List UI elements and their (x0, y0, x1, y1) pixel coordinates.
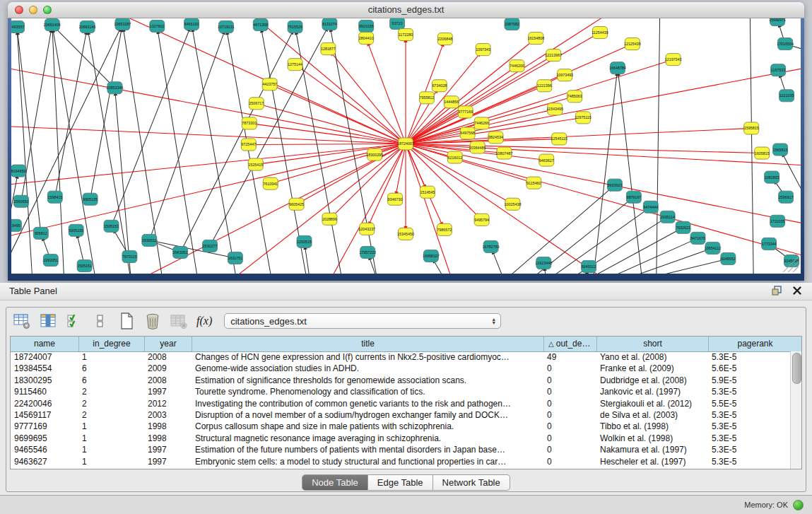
table-cell[interactable]: 19384554 (11, 363, 78, 374)
network-node[interactable]: 1327602 (150, 21, 165, 33)
table-cell[interactable]: 1 (78, 351, 144, 363)
network-node[interactable]: 2560650 (13, 195, 28, 207)
float-panel-icon[interactable] (771, 285, 782, 296)
network-node[interactable]: 7485063 (567, 90, 582, 103)
column-header-name[interactable]: name (11, 337, 78, 351)
table-selector-dropdown[interactable]: citations_edges.txt ▲▼ (224, 313, 501, 329)
network-node[interactable]: 16648784 (609, 62, 626, 74)
network-node[interactable]: 10719131 (218, 21, 235, 33)
network-node[interactable]: 2630511 (142, 234, 157, 246)
network-node[interactable]: 10973493 (556, 69, 573, 81)
table-cell[interactable]: 1 (78, 456, 144, 467)
select-all-button[interactable] (64, 311, 84, 331)
network-node[interactable]: 1598415 (47, 191, 62, 203)
table-cell[interactable]: 18300295 (11, 375, 78, 386)
column-header-out-degree[interactable]: △out_de… (543, 337, 596, 351)
table-cell[interactable]: 5.9E-5 (708, 375, 790, 386)
network-node[interactable]: 1505153 (104, 220, 119, 232)
table-cell[interactable]: 49 (543, 351, 596, 363)
network-node[interactable]: 2530277 (203, 240, 218, 252)
network-node[interactable]: 2963051 (173, 246, 188, 258)
table-cell[interactable]: 9463627 (11, 456, 78, 467)
table-cell[interactable]: 1998 (144, 433, 192, 444)
network-node[interactable]: 7673115 (122, 250, 137, 262)
table-cell[interactable]: Genome-wide association studies in ADHD. (192, 363, 543, 374)
table-cell[interactable]: 1997 (144, 444, 192, 455)
table-cell[interactable]: Franke et al. (2009) (596, 363, 708, 374)
table-cell[interactable]: Hescheler et al. (1997) (596, 456, 708, 467)
network-node[interactable]: 20364486 (469, 141, 486, 153)
table-row[interactable]: 946554611997Estimation of the future num… (11, 444, 790, 455)
table-cell[interactable]: 0 (543, 444, 596, 455)
network-node[interactable]: 1595815 (744, 122, 759, 134)
network-node[interactable]: 2087682 (505, 18, 519, 30)
clear-selection-button[interactable] (90, 311, 110, 331)
network-node[interactable]: 20691406 (44, 19, 61, 31)
table-cell[interactable]: 9699695 (11, 433, 78, 444)
vertical-scrollbar[interactable] (790, 351, 801, 469)
network-node[interactable]: 7610941 (263, 177, 278, 189)
table-cell[interactable]: 14569117 (11, 409, 78, 421)
table-cell[interactable]: 1 (78, 444, 144, 455)
network-node[interactable]: 12197343 (665, 54, 682, 66)
table-cell[interactable]: 1998 (144, 421, 192, 432)
table-row[interactable]: 1830029562008Estimation of significance … (11, 375, 790, 386)
table-cell[interactable]: 5.3E-5 (708, 409, 790, 421)
network-node[interactable]: 9495794 (474, 214, 489, 226)
close-panel-icon[interactable] (792, 286, 802, 296)
table-cell[interactable]: Estimation of significance thresholds fo… (192, 375, 543, 386)
network-node[interactable]: 2493557 (11, 21, 24, 33)
table-cell[interactable]: 2012 (144, 398, 192, 409)
network-node[interactable]: 9115460 (526, 177, 541, 189)
table-cell[interactable]: 5.5E-5 (708, 398, 790, 409)
network-node[interactable]: 6216012 (447, 151, 462, 163)
table-cell[interactable]: 5.3E-5 (708, 386, 790, 397)
table-row[interactable]: 969969511998Structural magnetic resonanc… (11, 433, 790, 444)
network-node[interactable]: 8131074 (322, 18, 337, 30)
network-node[interactable]: 9725447 (241, 139, 256, 151)
network-node[interactable]: 12043237 (358, 223, 375, 235)
network-node[interactable]: 12923448 (535, 257, 552, 269)
table-cell[interactable]: 0 (543, 433, 596, 444)
table-cell[interactable]: Tibbo et al. (1998) (596, 421, 708, 432)
network-node[interactable]: 2263051 (43, 254, 58, 266)
table-row[interactable]: 977716911998Corpus callosum shape and si… (11, 421, 790, 432)
table-cell[interactable]: Investigating the contribution of common… (192, 398, 543, 409)
network-node[interactable]: 1444856 (444, 96, 459, 108)
table-cell[interactable]: Changes of HCN gene expression and I(f) … (192, 351, 543, 363)
network-node[interactable]: 2935114 (660, 211, 675, 223)
network-node[interactable]: 4671358 (253, 19, 268, 31)
network-node[interactable]: 12213967 (545, 49, 562, 62)
network-node[interactable]: 9463627 (539, 154, 554, 166)
network-node[interactable]: 15345450 (397, 228, 414, 240)
network-node[interactable]: 9777169 (458, 106, 473, 118)
network-node[interactable]: 17957223 (359, 246, 376, 258)
column-header-short[interactable]: short (596, 337, 708, 351)
table-cell[interactable]: 5.3E-5 (708, 444, 790, 455)
table-cell[interactable]: Yano et al. (2008) (596, 351, 708, 363)
tab-edge-table[interactable]: Edge Table (368, 474, 433, 491)
table-cell[interactable]: Embryonic stem cells: a model to study s… (192, 456, 543, 467)
network-node[interactable]: 9346730 (388, 193, 403, 205)
network-node[interactable]: 2206848 (437, 33, 452, 45)
network-node[interactable]: 20693146 (79, 21, 96, 33)
table-cell[interactable]: 1 (78, 421, 144, 432)
table-cell[interactable]: Structural magnetic resonance image aver… (192, 433, 543, 444)
table-cell[interactable]: 0 (543, 375, 596, 386)
table-cell[interactable]: 1997 (144, 386, 192, 397)
table-cell[interactable]: 9115460 (11, 386, 78, 397)
network-node[interactable]: 8933923 (607, 179, 622, 191)
table-cell[interactable]: 0 (543, 363, 596, 374)
function-builder-button[interactable]: f(x) (196, 315, 212, 327)
network-node[interactable]: 53723 (390, 18, 405, 30)
network-node[interactable]: 18724007 (397, 138, 414, 150)
table-cell[interactable]: 2 (78, 386, 144, 397)
network-node[interactable]: 6734028 (432, 80, 447, 92)
network-node[interactable]: 6497568 (460, 127, 475, 139)
network-node[interactable]: 2506717 (249, 98, 264, 110)
network-node[interactable]: 10025438 (505, 198, 522, 210)
network-node[interactable]: 3824534 (488, 132, 503, 144)
network-node[interactable]: 1167533 (771, 64, 786, 76)
table-cell[interactable]: 18724007 (11, 351, 78, 363)
table-cell[interactable]: Disruption of a novel member of a sodium… (192, 409, 543, 421)
